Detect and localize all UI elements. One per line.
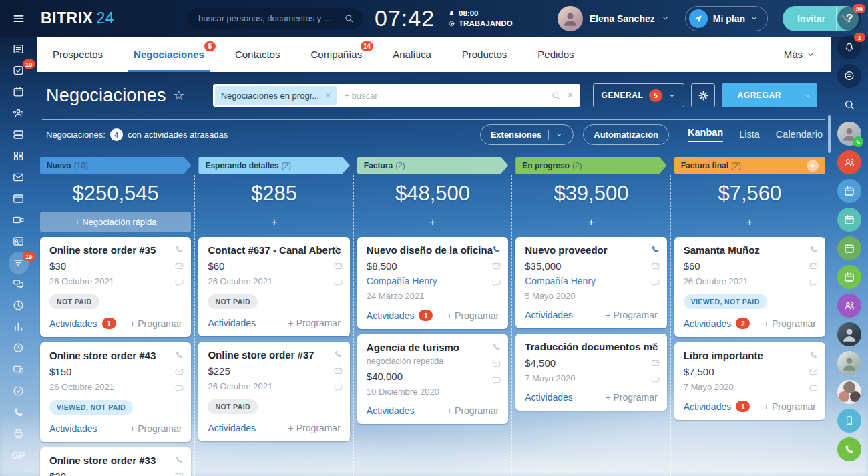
envelope-icon[interactable] bbox=[491, 359, 501, 369]
activities-link[interactable]: Actividades1 bbox=[49, 318, 116, 329]
activities-link[interactable]: Actividades bbox=[367, 405, 415, 416]
rightbar-item-people[interactable] bbox=[837, 294, 861, 318]
hamburger-menu-icon[interactable] bbox=[0, 12, 37, 25]
user-name[interactable]: Elena Sanchez bbox=[590, 13, 655, 24]
view-lista[interactable]: Lista bbox=[739, 129, 760, 141]
column-header[interactable]: En progreso(2) bbox=[515, 157, 666, 174]
envelope-icon[interactable] bbox=[333, 261, 343, 271]
add-card-button[interactable]: + bbox=[198, 212, 349, 232]
chat-bubble-icon[interactable] bbox=[491, 278, 501, 288]
my-plan-button[interactable]: Mi plan bbox=[685, 6, 768, 31]
global-search-input[interactable] bbox=[188, 8, 363, 29]
sidebar-item-marketplace[interactable] bbox=[9, 363, 29, 376]
schedule-link[interactable]: + Programar bbox=[605, 310, 657, 320]
tab-mas[interactable]: Más bbox=[784, 37, 815, 72]
schedule-link[interactable]: + Programar bbox=[288, 423, 341, 433]
rightbar-item-avatar[interactable] bbox=[837, 122, 861, 146]
chat-bubble-icon[interactable] bbox=[333, 383, 343, 393]
favorite-star-icon[interactable]: ☆ bbox=[173, 87, 185, 103]
sidebar-item-messenger[interactable] bbox=[9, 278, 29, 290]
chat-bubble-icon[interactable] bbox=[333, 278, 343, 288]
phone-icon[interactable] bbox=[333, 349, 343, 359]
envelope-icon[interactable] bbox=[809, 367, 819, 377]
activities-link[interactable]: Actividades bbox=[208, 318, 256, 328]
envelope-icon[interactable] bbox=[174, 261, 184, 271]
rightbar-item-avatar[interactable] bbox=[837, 322, 861, 346]
sidebar-item-funnel[interactable]: 19 bbox=[9, 256, 29, 269]
sidebar-item-worktime[interactable] bbox=[9, 342, 29, 354]
filter-search-input[interactable] bbox=[343, 90, 545, 101]
column-header[interactable]: Factura final(2)+ bbox=[674, 157, 825, 174]
schedule-link[interactable]: + Programar bbox=[447, 310, 499, 321]
sidebar-item-telephony[interactable] bbox=[9, 406, 29, 419]
sidebar-item-apps[interactable] bbox=[9, 150, 29, 162]
user-avatar[interactable] bbox=[558, 6, 583, 31]
rightbar-item-calendar[interactable] bbox=[837, 265, 861, 289]
deal-card[interactable]: Libro importante$7,5007 Mayo 2020Activid… bbox=[674, 342, 825, 420]
rightbar-item-help[interactable]: ?39 bbox=[837, 7, 861, 31]
overdue-count-badge[interactable]: 4 bbox=[110, 128, 123, 141]
phone-icon[interactable] bbox=[650, 244, 660, 254]
column-header[interactable]: Esperando detalles(2) bbox=[198, 157, 349, 174]
phone-icon[interactable] bbox=[491, 342, 501, 352]
rightbar-item-people[interactable] bbox=[837, 150, 861, 174]
rightbar-item-search[interactable] bbox=[837, 93, 861, 117]
activities-link[interactable]: Actividades bbox=[525, 392, 573, 403]
tab-negociaciones[interactable]: Negociaciones5 bbox=[134, 37, 204, 72]
deal-card[interactable]: Online store order #37$22526 Octubre 202… bbox=[198, 342, 349, 441]
envelope-icon[interactable] bbox=[333, 366, 343, 376]
sidebar-item-analytics[interactable] bbox=[9, 320, 29, 333]
quick-deal-button[interactable]: + Negociación rápida bbox=[40, 212, 191, 232]
settings-button[interactable] bbox=[691, 83, 715, 107]
rightbar-item-calendar[interactable] bbox=[837, 179, 861, 203]
envelope-icon[interactable] bbox=[650, 358, 660, 368]
phone-icon[interactable] bbox=[174, 455, 184, 465]
phone-icon[interactable] bbox=[650, 341, 660, 351]
column-header[interactable]: Nuevo(10) bbox=[40, 157, 191, 174]
deal-card[interactable]: Online store order #43$15026 Octubre 202… bbox=[40, 342, 191, 442]
phone-icon[interactable] bbox=[491, 244, 501, 254]
add-deal-button[interactable]: AGREGAR bbox=[722, 83, 817, 107]
tab-contactos[interactable]: Contactos bbox=[235, 37, 280, 72]
rightbar-item-calendar[interactable] bbox=[837, 208, 861, 232]
add-card-button[interactable]: + bbox=[674, 212, 825, 232]
schedule-link[interactable]: + Programar bbox=[764, 401, 816, 412]
envelope-icon[interactable] bbox=[174, 471, 184, 476]
envelope-icon[interactable] bbox=[491, 261, 501, 271]
rightbar-item-bell[interactable]: 1 bbox=[837, 35, 861, 59]
chat-bubble-icon[interactable] bbox=[650, 375, 660, 385]
sidebar-item-mail[interactable] bbox=[9, 171, 29, 184]
tab-productos[interactable]: Productos bbox=[462, 37, 507, 72]
sidebar-item-video[interactable] bbox=[9, 214, 29, 226]
activities-link[interactable]: Actividades bbox=[208, 423, 256, 433]
schedule-link[interactable]: + Programar bbox=[130, 423, 182, 434]
sidebar-item-newsfeed[interactable] bbox=[9, 43, 29, 55]
chat-bubble-icon[interactable] bbox=[174, 383, 184, 393]
activities-link[interactable]: Actividades2 bbox=[684, 318, 750, 329]
schedule-link[interactable]: + Programar bbox=[130, 318, 182, 329]
sidebar-item-time[interactable] bbox=[9, 299, 29, 312]
activities-link[interactable]: Actividades bbox=[49, 423, 97, 434]
deal-card[interactable]: Nuevo diseño de la oficina$8,500Compañía… bbox=[357, 237, 508, 329]
rightbar-item-chatlines[interactable] bbox=[837, 64, 861, 88]
sidebar-item-drive[interactable] bbox=[9, 128, 29, 141]
phone-icon[interactable] bbox=[809, 350, 819, 360]
bitrix24-logo[interactable]: BITRIX 24 bbox=[41, 9, 114, 27]
chat-bubble-icon[interactable] bbox=[174, 278, 184, 288]
deal-card[interactable]: Traducción documentos médicos$4,5007 May… bbox=[515, 334, 666, 411]
tab-prospectos[interactable]: Prospectos bbox=[53, 37, 103, 72]
deal-card[interactable]: Contact #637 - Canal Aberto 5$6026 Octub… bbox=[198, 237, 349, 336]
chevron-down-icon[interactable] bbox=[662, 15, 669, 22]
rightbar-item-avatar[interactable] bbox=[837, 351, 861, 375]
clock[interactable]: 07:42 bbox=[375, 5, 435, 31]
schedule-link[interactable]: + Programar bbox=[605, 392, 657, 403]
add-card-button[interactable]: + bbox=[515, 212, 666, 232]
deal-company-link[interactable]: Compañía Henry bbox=[367, 276, 499, 286]
deal-card[interactable]: Online store order #35$3026 Octubre 2021… bbox=[40, 237, 191, 337]
deal-card[interactable]: Nuevo proveedor$35,000Compañía Henry5 Ma… bbox=[515, 237, 666, 328]
sidebar-item-calendar[interactable] bbox=[9, 85, 29, 98]
rightbar-item-devicesync[interactable] bbox=[837, 409, 861, 433]
deal-card[interactable]: Online store order #33$3026 Octubre 2021… bbox=[40, 447, 191, 476]
phone-icon[interactable] bbox=[333, 244, 343, 254]
tab-companias[interactable]: Compañías14 bbox=[310, 37, 362, 72]
